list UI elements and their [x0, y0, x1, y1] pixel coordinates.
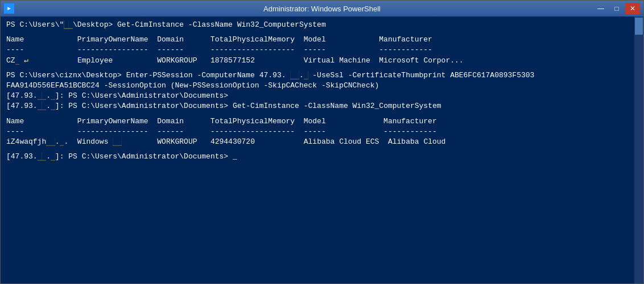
- data-row-1: CZ█ ↵ Employee WORKGROUP 1878577152 Virt…: [6, 56, 638, 66]
- close-button[interactable]: ✕: [625, 3, 640, 14]
- line-cmd2b: FAA914D556EFA51BCBC24 -SessionOption (Ne…: [6, 81, 638, 91]
- powershell-icon: ►: [4, 3, 14, 14]
- window-controls[interactable]: — □ ✕: [593, 3, 640, 14]
- line-info2: [47.93.██.█]: PS C:\Users\Administrator\…: [6, 101, 638, 111]
- title-bar-left: ►: [4, 3, 14, 14]
- blank-2: [6, 66, 638, 70]
- sep-2: ---- ---------------- ------ -----------…: [6, 127, 638, 137]
- scrollbar-thumb[interactable]: [635, 18, 643, 35]
- line-cmd2: PS C:\Users\ciznx\Desktop> Enter-PSSessi…: [6, 70, 638, 81]
- line-info1: [47.93.██.█]: PS C:\Users\Administrator\…: [6, 91, 638, 101]
- title-bar: ► Administrator: Windows PowerShell — □ …: [1, 1, 643, 16]
- blank-1: [6, 30, 638, 35]
- sep-1: ---- ---------------- ------ -----------…: [6, 45, 638, 55]
- header-2: Name PrimaryOwnerName Domain TotalPhysic…: [6, 116, 638, 127]
- data-row-2: iZ4waqfjh██.█. Windows ██ WORKGROUP 4294…: [6, 137, 638, 147]
- maximize-button[interactable]: □: [609, 3, 624, 14]
- blank-3: [6, 112, 638, 116]
- line-prompt-final: [47.93.██.█]: PS C:\Users\Administrator\…: [6, 152, 638, 162]
- header-1: Name PrimaryOwnerName Domain TotalPhysic…: [6, 35, 638, 45]
- terminal-content[interactable]: PS C:\Users\"██\Desktop> Get-CimInstance…: [1, 16, 643, 283]
- window-title: Administrator: Windows PowerShell: [263, 5, 381, 13]
- blank-4: [6, 147, 638, 152]
- line-1: PS C:\Users\"██\Desktop> Get-CimInstance…: [6, 20, 638, 30]
- minimize-button[interactable]: —: [593, 3, 608, 14]
- scrollbar[interactable]: [634, 16, 643, 283]
- powershell-window: ► Administrator: Windows PowerShell — □ …: [0, 0, 644, 284]
